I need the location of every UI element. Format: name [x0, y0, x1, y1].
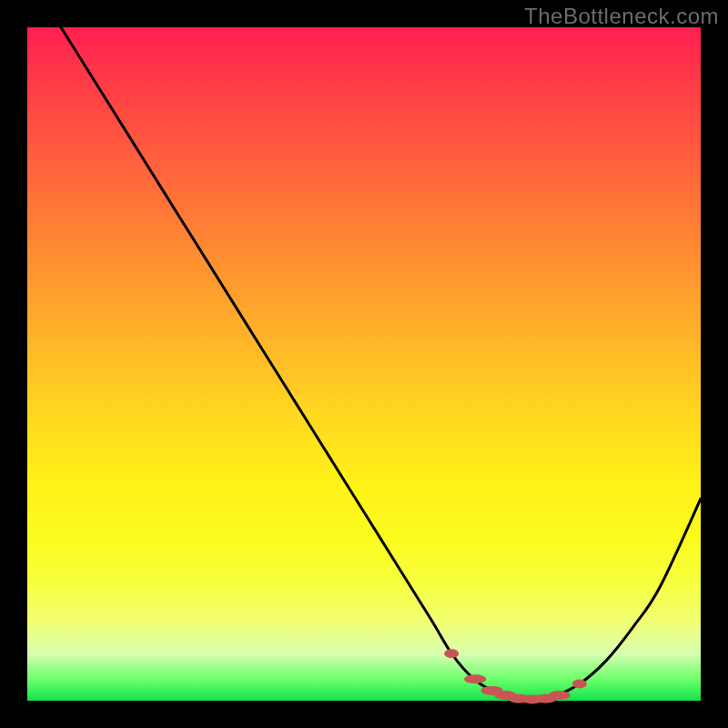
optimal-dot: [572, 680, 587, 689]
optimal-dot: [549, 691, 571, 700]
chart-frame: TheBottleneck.com: [0, 0, 728, 728]
optimal-dot: [464, 674, 486, 683]
optimal-markers: [444, 649, 587, 703]
watermark-text: TheBottleneck.com: [524, 4, 719, 29]
bottleneck-curve: [61, 27, 701, 700]
optimal-dot: [444, 649, 459, 658]
plot-area: [27, 27, 701, 701]
chart-svg: [27, 27, 701, 701]
